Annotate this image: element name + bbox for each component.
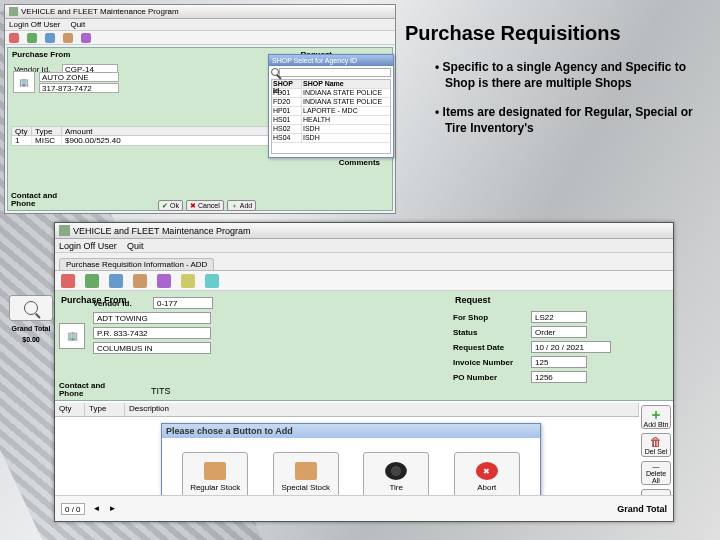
minus-icon: — [653, 463, 660, 470]
list-item[interactable]: HP01LAPORTE - MDC [272, 107, 390, 116]
items-header: Qty Type Description [55, 403, 639, 417]
slide-title: Purchase Requisitions [405, 22, 621, 45]
app-icon [59, 225, 70, 236]
row-type: MISC [32, 136, 62, 145]
toolbar-icon[interactable] [133, 274, 147, 288]
toolbar-icon[interactable] [45, 33, 55, 43]
row-qty: 1 [12, 136, 32, 145]
ok-button[interactable]: ✔Ok [158, 200, 183, 211]
next-page-button[interactable]: ► [109, 504, 117, 513]
toolbar-icon[interactable] [205, 274, 219, 288]
toolbar-icon[interactable] [157, 274, 171, 288]
bullet-2: Items are designated for Regular, Specia… [435, 105, 695, 136]
left-search-button[interactable] [9, 295, 53, 321]
titlebar[interactable]: VEHICLE and FLEET Maintenance Program [55, 223, 673, 239]
dialog-title: Please chose a Button to Add [162, 424, 540, 438]
list-item[interactable]: HS01HEALTH [272, 116, 390, 125]
dialog-title: SHOP Select for Agency ID [269, 55, 393, 66]
grand-total-value-left: $0.00 [9, 336, 53, 343]
slide-bullets: Specific to a single Agency and Specific… [435, 60, 695, 150]
toolbar-icon[interactable] [85, 274, 99, 288]
menu-quit[interactable]: Quit [127, 241, 144, 251]
vendor-line3: P.R. 833-7432 [93, 327, 211, 339]
toolbar-icon[interactable] [27, 33, 37, 43]
prev-page-button[interactable]: ◄ [93, 504, 101, 513]
delete-selected-button[interactable]: 🗑Del Sel [641, 433, 671, 457]
toolbar-icon[interactable] [181, 274, 195, 288]
add-item-button[interactable]: ＋Add Btn [641, 405, 671, 429]
phone-field[interactable]: TITS [151, 386, 171, 396]
app-title: VEHICLE and FLEET Maintenance Program [21, 7, 179, 16]
shop-grid: SHOP Id.SHOP Name FD01INDIANA STATE POLI… [271, 79, 391, 154]
list-item[interactable]: FD20INDIANA STATE POLICE [272, 98, 390, 107]
tire-icon [385, 462, 407, 480]
toolbar-icon[interactable] [63, 33, 73, 43]
menubar: Login Off User Quit [55, 239, 673, 253]
list-item[interactable]: HS04ISDH [272, 134, 390, 143]
search-input[interactable] [279, 68, 391, 77]
search-icon [271, 68, 279, 76]
abort-icon: ✖ [476, 462, 498, 480]
app-icon [9, 7, 18, 16]
grand-total-label-left: Grand Total [9, 325, 53, 332]
menubar: Login Off User Quit [5, 19, 395, 31]
vendor-icon: 🏢 [59, 323, 85, 349]
col-qty: Qty [55, 403, 85, 416]
invoice-field[interactable]: 125 [531, 356, 587, 368]
trash-icon: 🗑 [650, 436, 662, 448]
vendor-line4: COLUMBUS IN [93, 342, 211, 354]
toolbar [55, 271, 673, 291]
col-amount: Amount [62, 127, 285, 135]
vendor-name: AUTO ZONE [39, 72, 119, 82]
po-label: PO Number [453, 373, 531, 382]
for-shop-field[interactable]: LS22 [531, 311, 587, 323]
toolbar [5, 31, 395, 45]
folder-icon [204, 462, 226, 480]
col-shop-name: SHOP Name [302, 80, 390, 88]
bullet-1: Specific to a single Agency and Specific… [435, 60, 695, 91]
vendor-line2: ADT TOWING [93, 312, 211, 324]
comments-label: Comments [339, 158, 380, 167]
request-date-field[interactable]: 10 / 20 / 2021 [531, 341, 611, 353]
toolbar-icon[interactable] [9, 33, 19, 43]
vendor-id-label: Vendor Id. [93, 299, 153, 308]
grand-total-label: Grand Total [617, 504, 667, 514]
col-shop-id: SHOP Id. [272, 80, 302, 88]
request-header: Request [455, 295, 491, 305]
invoice-label: Invoice Number [453, 358, 531, 367]
app-title: VEHICLE and FLEET Maintenance Program [73, 226, 250, 236]
search-icon [24, 301, 38, 315]
row-amount: $900.00/525.40 [62, 136, 285, 145]
app-window-large: Grand Total $0.00 VEHICLE and FLEET Main… [54, 222, 674, 522]
for-shop-label: For Shop [453, 313, 531, 322]
shop-select-dialog: SHOP Select for Agency ID SHOP Id.SHOP N… [268, 54, 394, 158]
col-qty: Qty [12, 127, 32, 135]
phone-label: Phone [59, 390, 105, 398]
vendor-icon: 🏢 [13, 71, 35, 93]
tab-bar: Purchase Requisition Information - ADD [55, 253, 673, 271]
menu-quit[interactable]: Quit [70, 20, 85, 29]
col-type: Type [32, 127, 62, 135]
add-button[interactable]: ＋Add [227, 200, 256, 211]
footer: 0 / 0 ◄ ► Grand Total [55, 495, 673, 521]
status-field[interactable]: Order [531, 326, 587, 338]
status-label: Status [453, 328, 531, 337]
purchase-from-header: Purchase From [12, 50, 70, 59]
request-date-label: Request Date [453, 343, 531, 352]
col-type: Type [85, 403, 125, 416]
menu-login-off[interactable]: Login Off User [59, 241, 117, 251]
cancel-button[interactable]: ✖Cancel [186, 200, 224, 211]
titlebar[interactable]: VEHICLE and FLEET Maintenance Program [5, 5, 395, 19]
toolbar-icon[interactable] [61, 274, 75, 288]
vendor-id-field[interactable]: 0-177 [153, 297, 213, 309]
toolbar-icon[interactable] [81, 33, 91, 43]
list-item[interactable]: FD01INDIANA STATE POLICE [272, 89, 390, 98]
toolbar-icon[interactable] [109, 274, 123, 288]
list-item[interactable]: HS02ISDH [272, 125, 390, 134]
po-field[interactable]: 1256 [531, 371, 587, 383]
folder-icon [295, 462, 317, 480]
menu-login-off[interactable]: Login Off User [9, 20, 60, 29]
tab-purchase-requisition[interactable]: Purchase Requisition Information - ADD [59, 258, 214, 270]
delete-all-button[interactable]: —Delete All [641, 461, 671, 485]
vendor-phone: 317-873-7472 [39, 83, 119, 93]
